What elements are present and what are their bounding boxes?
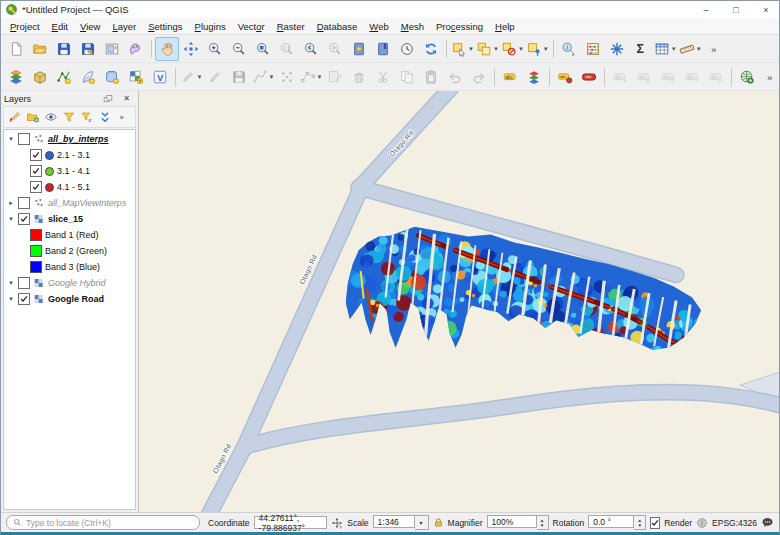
- menu-view[interactable]: View: [74, 20, 106, 33]
- new-project-button[interactable]: [4, 37, 28, 61]
- rotation-spin-buttons[interactable]: ▲▼: [634, 515, 646, 530]
- panel-float-icon[interactable]: [99, 90, 116, 107]
- filter-by-expression-button[interactable]: ε: [78, 109, 95, 126]
- layer-visibility-checkbox[interactable]: [18, 293, 30, 305]
- legend-item-2.1 - 3.1[interactable]: 2.1 - 3.1: [4, 147, 135, 163]
- magnifier-spinbox[interactable]: 100%: [487, 515, 537, 528]
- statistical-summary-button[interactable]: Σ: [629, 37, 653, 61]
- change-label-button[interactable]: abc: [680, 65, 704, 89]
- layer-item-slice_15[interactable]: ▾slice_15: [4, 211, 135, 227]
- layout-manager-button[interactable]: [100, 37, 124, 61]
- refresh-map-button[interactable]: [419, 37, 443, 61]
- legend-item-4.1 - 5.1[interactable]: 4.1 - 5.1: [4, 179, 135, 195]
- menu-web[interactable]: Web: [363, 20, 394, 33]
- expander-icon[interactable]: ▾: [7, 135, 15, 143]
- layer-item-all_MapViewInterps[interactable]: ▸all_MapViewInterps: [4, 195, 135, 211]
- menu-vector[interactable]: Vector: [232, 20, 271, 33]
- rotation-spinbox[interactable]: 0.0 °: [588, 515, 634, 528]
- expander-icon[interactable]: ▾: [7, 295, 15, 303]
- render-checkbox[interactable]: [650, 517, 660, 529]
- expander-icon[interactable]: ▾: [7, 215, 15, 223]
- zoom-out-button[interactable]: [227, 37, 251, 61]
- menu-project[interactable]: Project: [4, 20, 46, 33]
- zoom-native-button[interactable]: 1:1: [275, 37, 299, 61]
- minimize-button[interactable]: –: [693, 1, 719, 18]
- coordinate-input[interactable]: 44.27611°, -79.886937°: [254, 516, 328, 529]
- layer-visibility-checkbox[interactable]: [30, 181, 42, 193]
- metasearch-button[interactable]: [735, 65, 759, 89]
- new-bookmark-button[interactable]: [347, 37, 371, 61]
- layer-visibility-checkbox[interactable]: [18, 133, 30, 145]
- legend-item-Band 3 (Blue)[interactable]: Band 3 (Blue): [4, 259, 135, 275]
- new-geojson-layer-button[interactable]: [76, 65, 100, 89]
- map-canvas[interactable]: Otago Rd Otago Rd Otago Rd: [139, 91, 779, 512]
- open-project-button[interactable]: [28, 37, 52, 61]
- legend-item-3.1 - 4.1[interactable]: 3.1 - 4.1: [4, 163, 135, 179]
- redo-button[interactable]: [467, 65, 491, 89]
- open-layer-styling-button[interactable]: [6, 109, 23, 126]
- curved-label-button[interactable]: abc: [704, 65, 728, 89]
- cut-features-button[interactable]: [371, 65, 395, 89]
- menu-raster[interactable]: Raster: [271, 20, 311, 33]
- save-edits-button[interactable]: [227, 65, 251, 89]
- digitize-with-segment-button[interactable]: ▼: [251, 65, 275, 89]
- menu-plugins[interactable]: Plugins: [189, 20, 232, 33]
- layer-visibility-checkbox[interactable]: [18, 277, 30, 289]
- menu-help[interactable]: Help: [489, 20, 521, 33]
- zoom-last-button[interactable]: [299, 37, 323, 61]
- layer-visibility-checkbox[interactable]: [30, 149, 42, 161]
- layer-diagram-button[interactable]: [522, 65, 546, 89]
- data-source-manager-button[interactable]: [4, 65, 28, 89]
- layer-visibility-checkbox[interactable]: [30, 165, 42, 177]
- zoom-full-button[interactable]: [251, 37, 275, 61]
- extents-toggle-icon[interactable]: [331, 517, 343, 529]
- identify-features-button[interactable]: i: [557, 37, 581, 61]
- show-hide-labels-button[interactable]: abc: [632, 65, 656, 89]
- delete-selected-button[interactable]: [347, 65, 371, 89]
- menu-mesh[interactable]: Mesh: [395, 20, 430, 33]
- messages-icon[interactable]: [761, 516, 774, 529]
- show-bookmarks-button[interactable]: [371, 37, 395, 61]
- save-project-button[interactable]: [52, 37, 76, 61]
- style-manager-button[interactable]: [124, 37, 148, 61]
- rotate-label-button[interactable]: abc: [656, 65, 680, 89]
- new-raster-layer-button[interactable]: [124, 65, 148, 89]
- new-geopackage-layer-button[interactable]: [28, 65, 52, 89]
- menu-processing[interactable]: Processing: [430, 20, 489, 33]
- new-shapefile-layer-button[interactable]: [52, 65, 76, 89]
- panel-overflow-button[interactable]: »: [114, 109, 131, 126]
- lock-scale-icon[interactable]: [433, 517, 444, 528]
- pan-map-button[interactable]: [155, 37, 179, 61]
- maximize-button[interactable]: □: [723, 1, 749, 18]
- undo-button[interactable]: [443, 65, 467, 89]
- highlight-pinned-labels-button[interactable]: abc: [577, 65, 601, 89]
- processing-toolbox-button[interactable]: [605, 37, 629, 61]
- layer-visibility-checkbox[interactable]: [18, 213, 30, 225]
- paste-features-button[interactable]: [419, 65, 443, 89]
- save-project-as-button[interactable]: [76, 37, 100, 61]
- vertex-tool-button[interactable]: ▼: [299, 65, 323, 89]
- manage-map-themes-button[interactable]: [42, 109, 59, 126]
- layer-item-Google Road[interactable]: ▾Google Road: [4, 291, 135, 307]
- legend-item-Band 1 (Red)[interactable]: Band 1 (Red): [4, 227, 135, 243]
- legend-item-Band 2 (Green)[interactable]: Band 2 (Green): [4, 243, 135, 259]
- expander-icon[interactable]: ▸: [7, 199, 15, 207]
- current-edits-button[interactable]: ▼: [179, 65, 203, 89]
- toggle-editing-button[interactable]: [203, 65, 227, 89]
- scale-dropdown-button[interactable]: ▾: [415, 515, 429, 530]
- select-features-button[interactable]: ▼: [450, 37, 475, 61]
- scale-combobox[interactable]: 1:346: [373, 515, 415, 528]
- pin-labels-button[interactable]: abc: [553, 65, 577, 89]
- copy-features-button[interactable]: [395, 65, 419, 89]
- magnifier-spin-buttons[interactable]: ▲▼: [537, 515, 549, 530]
- zoom-in-button[interactable]: [203, 37, 227, 61]
- filter-legend-button[interactable]: [60, 109, 77, 126]
- close-button[interactable]: ×: [753, 1, 779, 18]
- select-features-by-value-button[interactable]: ▼: [475, 37, 500, 61]
- add-group-button[interactable]: [24, 109, 41, 126]
- deselect-features-button[interactable]: ▼: [500, 37, 525, 61]
- expander-icon[interactable]: ▾: [7, 279, 15, 287]
- crs-globe-icon[interactable]: [696, 517, 708, 529]
- modify-attributes-button[interactable]: [323, 65, 347, 89]
- field-calculator-button[interactable]: [581, 37, 605, 61]
